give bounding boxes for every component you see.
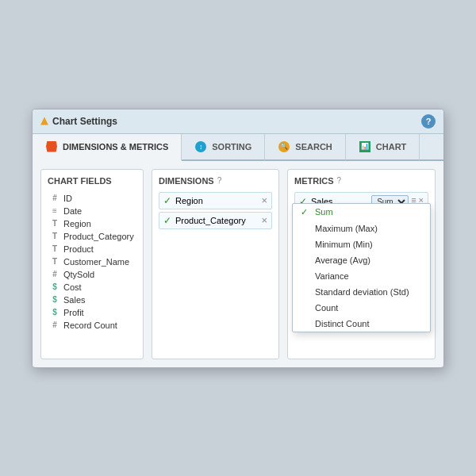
field-label: Cost [63,282,82,292]
field-type-t: T [50,219,60,228]
tab-bar: DIMENSIONS & METRICS ↕ SORTING 🔍 SEARCH … [33,134,443,161]
chart-fields-title: CHART FIELDS [48,176,136,186]
field-cost[interactable]: $ Cost [48,281,136,294]
chart-settings-dialog: Chart Settings ? DIMENSIONS & METRICS ↕ … [32,109,444,368]
tab-sorting-label: SORTING [212,142,251,152]
check-icon: ✓ [163,195,171,206]
dropdown-item-std[interactable]: Standard deviation (Std) [293,284,430,300]
field-type-hash: # [50,194,60,202]
dimension-region[interactable]: ✓ Region × [159,192,272,209]
dimension-label: Region [175,196,203,205]
field-product-category[interactable]: T Product_Category [48,230,136,243]
field-label: Sales [63,295,86,305]
dropdown-item-min[interactable]: Minimum (Min) [293,236,430,252]
field-record-count[interactable]: # Record Count [48,319,136,332]
chart-fields-panel: CHART FIELDS # ID ≡ Date T Region T Prod… [40,169,144,359]
field-qtysold[interactable]: # QtySold [48,268,136,281]
field-type-hash2: # [50,270,60,278]
field-label: Date [63,206,82,216]
remove-dimension-button2[interactable]: × [261,215,267,225]
field-label: Customer_Name [63,257,129,267]
dimension-product-category[interactable]: ✓ Product_Category × [159,212,272,229]
chart-fields-list: # ID ≡ Date T Region T Product_Category … [48,192,136,332]
dimension-label2: Product_Category [175,216,246,225]
main-content: CHART FIELDS # ID ≡ Date T Region T Prod… [33,161,443,367]
field-label: QtySold [63,270,94,279]
dropdown-option-label: Average (Avg) [315,255,370,265]
tab-chart-label: CHART [376,142,407,152]
dimensions-panel: DIMENSIONS ? ✓ Region × ✓ Product_Catego… [152,169,279,359]
field-label: ID [63,194,72,203]
sorting-tab-icon: ↕ [194,140,207,153]
field-type-dollar: $ [50,282,60,291]
dropdown-option-label: Standard deviation (Std) [315,287,409,297]
field-type-dollar2: $ [50,295,60,304]
dropdown-item-distinct-count[interactable]: Distinct Count [293,316,430,332]
tab-sorting[interactable]: ↕ SORTING [182,134,265,161]
dropdown-item-count[interactable]: Count [293,300,430,316]
field-label: Product_Category [63,232,134,241]
field-profit[interactable]: $ Profit [48,306,136,319]
metrics-info: ? [337,176,342,185]
field-customer-name[interactable]: T Customer_Name [48,255,136,268]
field-product[interactable]: T Product [48,243,136,255]
dropdown-option-label: Distinct Count [315,319,369,328]
metrics-panel: METRICS ? ✓ Sales Sum ≡ × [287,169,436,359]
remove-dimension-button[interactable]: × [261,195,267,205]
dialog-title-text: Chart Settings [52,116,117,127]
field-type-hash3: # [50,321,60,329]
field-id[interactable]: # ID [48,192,136,205]
dimensions-title: DIMENSIONS ? [159,176,272,186]
dropdown-item-sum[interactable]: ✓ Sum [293,204,430,221]
field-sales[interactable]: $ Sales [48,294,136,306]
aggregate-dropdown: ✓ Sum Maximum (Max) Minimum (Min) Averag… [292,203,431,332]
dropdown-item-variance[interactable]: Variance [293,268,430,284]
chart-tab-icon: 📊 [359,140,371,153]
dropdown-option-label: Maximum (Max) [315,224,378,233]
field-type-dollar3: $ [50,308,60,317]
metrics-title: METRICS ? [294,176,428,186]
field-label: Product [63,244,94,254]
dropdown-item-max[interactable]: Maximum (Max) [293,221,430,236]
dropdown-option-label: Count [315,303,338,313]
field-type-t4: T [50,257,60,266]
dialog-title: Chart Settings [40,116,117,127]
field-date[interactable]: ≡ Date [48,205,136,217]
field-type-text: ≡ [50,206,60,215]
dropdown-check-icon: ✓ [301,207,310,217]
dimensions-list: ✓ Region × ✓ Product_Category × [159,192,272,229]
help-button[interactable]: ? [421,114,436,129]
field-label: Record Count [63,321,117,330]
field-label: Region [63,219,91,228]
search-tab-icon: 🔍 [278,140,290,153]
field-label: Profit [63,308,84,317]
tab-chart[interactable]: 📊 CHART [346,134,420,161]
field-type-t3: T [50,244,60,253]
dimensions-tab-icon [45,140,58,153]
title-icon [40,117,48,125]
dropdown-option-label: Sum [315,207,333,217]
dropdown-option-label: Minimum (Min) [315,240,373,249]
check-icon2: ✓ [163,215,171,226]
tab-search[interactable]: 🔍 SEARCH [265,134,345,161]
dialog-header: Chart Settings ? [33,109,443,134]
tab-dimensions-label: DIMENSIONS & METRICS [63,142,168,152]
field-region[interactable]: T Region [48,217,136,230]
field-type-t2: T [50,232,60,240]
dropdown-option-label: Variance [315,271,349,281]
dropdown-item-avg[interactable]: Average (Avg) [293,252,430,268]
tab-search-label: SEARCH [295,142,332,152]
tab-dimensions-metrics[interactable]: DIMENSIONS & METRICS [33,134,182,161]
dimensions-info: ? [217,176,222,185]
